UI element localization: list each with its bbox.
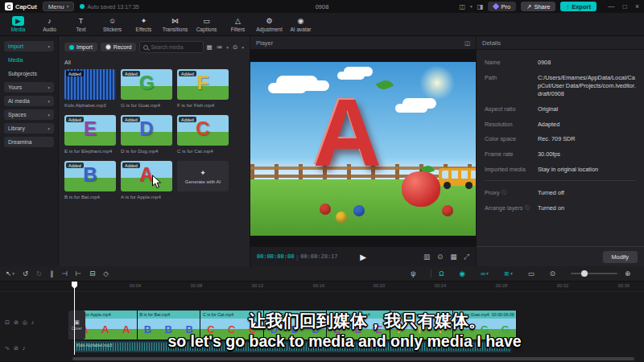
video-thumbnail: Added F [177,69,229,100]
player-panel: Player ◫ A [250,36,477,266]
media-item-f-fish[interactable]: Added F F is for Fish.mp4 [177,69,229,108]
media-item-a-apple[interactable]: Added A A is for Apple.mp4 [121,161,172,200]
marker-button[interactable]: ◇ [103,269,109,278]
search-input[interactable] [151,44,199,50]
tab-adjustment[interactable]: ⚙ Adjustment [254,16,285,32]
video-thumbnail: Added D [121,115,172,146]
sidebar-item-spaces[interactable]: Spaces ▾ [4,109,54,120]
tab-stickers[interactable]: ☺ Stickers [97,16,128,32]
lock-icon[interactable]: ⊘ [14,319,19,326]
audio-clip-name: Kids Alphabet.mp3 [76,343,112,348]
grid-view-icon[interactable]: ▦ [207,43,213,51]
audio-track-header: ∿ ⊘ ♪ [5,345,25,352]
tab-captions[interactable]: ▭ Captions [191,16,222,32]
media-section-label: All [64,60,244,65]
field-path: Path C:/Users/Emarnes/AppData/Local/CapC… [485,74,636,99]
delete-right-button[interactable]: ⊢ [76,269,81,278]
tab-effects[interactable]: ✦ Effects [128,16,159,32]
sidebar-item-dreamina[interactable]: Dreamina [4,137,54,147]
video-preview[interactable]: A [250,62,476,236]
layout-alt-icon[interactable]: ◨ [477,3,484,10]
zoom-fit-icon[interactable]: ⊕ [625,269,630,278]
tab-label: Text [76,27,86,32]
close-icon[interactable]: × [635,2,639,10]
mirror-preview-icon[interactable]: ▥ [423,253,430,261]
minimize-icon[interactable]: — [608,2,615,10]
track-options-icon[interactable]: ≋▾ [504,269,513,278]
tab-transitions[interactable]: ⋈ Transitions [159,16,191,32]
layout-icon[interactable]: ◫ [460,3,466,10]
preview-strip-icon[interactable]: ▭ [528,269,535,278]
lock-icon[interactable]: ⊘ [14,345,19,352]
share-label: Share [534,3,550,10]
generate-with-ai-card[interactable]: ✦ Generate with AI [177,161,229,191]
split-button[interactable]: ∥ [50,269,53,278]
tab-ai-avatar[interactable]: ◉ AI avatar [285,16,316,32]
sort-caret-icon[interactable]: ▾ [226,45,229,50]
tab-filters[interactable]: △ Filters [222,16,254,32]
hide-track-icon[interactable]: ◎ [23,319,27,326]
sidebar-item-media[interactable]: Media [4,55,54,65]
layout-caret-icon[interactable]: ▾ [470,4,473,9]
play-button[interactable]: ▶ [360,253,366,261]
thumb-letter: G [139,72,155,94]
tab-text[interactable]: T Text [65,16,97,32]
pro-button[interactable]: Pro [488,2,516,11]
media-item-c-cat[interactable]: Added C C is for Cat.mp4 [177,115,229,154]
video-preview-area: A [250,50,476,247]
timeline-zoom-slider[interactable] [571,273,617,274]
auto-ripple-icon[interactable]: ◉ [460,269,465,278]
tab-media[interactable]: ▶ Media [2,16,34,32]
linking-icon[interactable]: ∞▾ [481,269,489,278]
sidebar-item-ai-media[interactable]: AI media ▾ [4,96,54,106]
modify-button[interactable]: Modify [603,251,638,263]
menu-button[interactable]: Menu ▾ [43,2,75,11]
tab-audio[interactable]: ♪ Audio [34,16,65,32]
sidebar-item-library[interactable]: Library ▾ [4,123,54,134]
preview-quality-icon[interactable]: ⊙ [437,253,443,261]
filter-icon[interactable]: ⊙ [233,43,237,51]
voiceover-mic-icon[interactable]: ψ [411,269,415,278]
media-item-kids-alphabet[interactable]: Added Kids Alphabet.mp3 [64,69,116,108]
sort-icon[interactable]: ≔ [217,43,223,51]
autosave-dot-icon [80,4,85,9]
filter-caret-icon[interactable]: ▾ [242,45,244,50]
record-button[interactable]: Record [101,43,137,51]
media-item-e-elephant[interactable]: Added E E is for Elephant.mp4 [64,115,116,154]
mute-track-icon[interactable]: ♪ [31,319,35,326]
sidebar-item-import[interactable]: Import ▾ [4,41,54,51]
thumb-letter: F [197,72,209,94]
magnetic-snap-icon[interactable]: Ω [439,269,444,278]
ribbon-tabs: ▶ Media ♪ Audio T Text ☺ Stickers ✦ Effe… [0,13,644,36]
fullscreen-icon[interactable]: ⤢ [464,253,469,261]
media-search[interactable] [139,41,203,53]
media-item-d-dog[interactable]: Added D D is for Dog.mp4 [121,115,172,154]
maximize-icon[interactable]: □ [623,2,627,10]
select-tool-button[interactable]: ↖▾ [6,269,14,278]
playhead-line[interactable] [74,288,75,355]
delete-button[interactable]: ⊟ [89,269,95,278]
player-panel-icon[interactable]: ◫ [464,39,470,47]
sidebar-item-subprojects[interactable]: Subprojects [4,68,54,79]
redo-button[interactable]: ↻ [36,269,42,278]
video-thumbnail: Added G [121,69,172,100]
thumbnail-size-icon[interactable]: ⊡ [5,319,10,326]
horizontal-scrollbar[interactable] [72,357,634,360]
zoom-out-icon[interactable]: ⊙ [550,269,555,278]
waveform-icon[interactable]: ∿ [5,345,10,352]
delete-left-button[interactable]: ⊣ [61,269,67,278]
sticker-icon: ☺ [106,16,118,26]
media-item-g-goat[interactable]: Added G G is for Goat.mp4 [121,69,172,108]
undo-button[interactable]: ↺ [23,269,28,278]
share-button[interactable]: ↗ Share [521,2,555,11]
cover-button[interactable]: ▣ Cover [68,311,85,339]
grid-overlay-icon[interactable]: ▦ [450,253,456,261]
sidebar-item-yours[interactable]: Yours ▾ [4,82,54,93]
import-button[interactable]: Import [64,43,97,51]
mute-track-icon[interactable]: ♪ [23,345,26,352]
details-body: Name 0908 Path C:/Users/Emarnes/AppData/… [477,50,644,246]
media-item-b-bat[interactable]: Added B B is for Bat.mp4 [64,161,116,200]
school-bus-graphic [439,168,476,186]
zoom-slider-handle[interactable] [581,270,588,277]
export-button[interactable]: ↑ Export [560,2,597,11]
